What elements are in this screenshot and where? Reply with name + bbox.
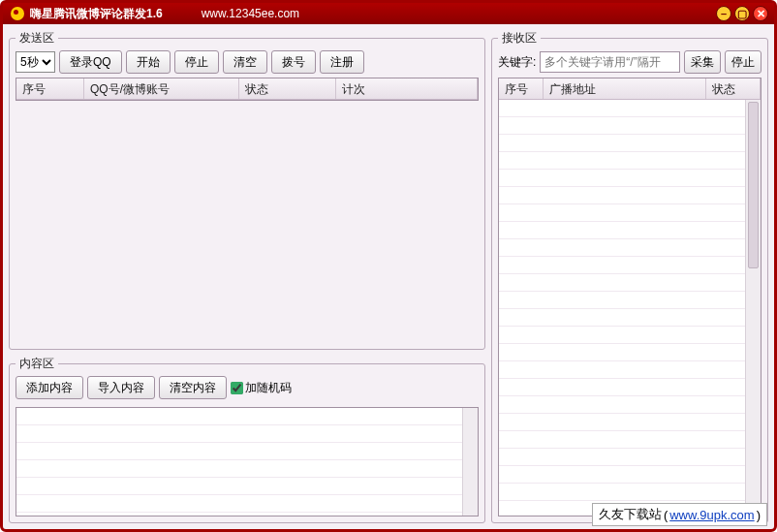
stop-button[interactable]: 停止: [174, 50, 219, 74]
send-toolbar: 5秒 登录QQ 开始 停止 清空 拨号 注册: [16, 50, 479, 74]
title-bar: 嗨星腾讯微博评论群发1.6 www.12345ee.com – ▢ ✕: [3, 3, 774, 24]
recv-stop-button[interactable]: 停止: [725, 50, 761, 74]
content-textarea[interactable]: [16, 407, 479, 516]
app-title: 嗨星腾讯微博评论群发1.6: [30, 6, 163, 22]
receive-legend: 接收区: [498, 30, 541, 47]
receive-grid[interactable]: 序号 广播地址 状态: [498, 78, 761, 516]
collect-button[interactable]: 采集: [684, 50, 721, 74]
receive-section: 接收区 关键字: 采集 停止 序号 广播地址 状态: [491, 30, 768, 523]
maximize-button[interactable]: ▢: [734, 6, 750, 21]
minimize-button[interactable]: –: [716, 6, 731, 21]
content-section: 内容区 添加内容 导入内容 清空内容 加随机码: [9, 356, 485, 523]
register-button[interactable]: 注册: [320, 50, 364, 74]
col-count[interactable]: 计次: [336, 78, 478, 99]
content-legend: 内容区: [16, 356, 58, 372]
watermark-site: 久友下载站: [599, 506, 662, 523]
login-qq-button[interactable]: 登录QQ: [59, 50, 122, 74]
col-recv-status[interactable]: 状态: [706, 78, 761, 99]
main-window: 嗨星腾讯微博评论群发1.6 www.12345ee.com – ▢ ✕ 发送区 …: [0, 0, 777, 532]
left-column: 发送区 5秒 登录QQ 开始 停止 清空 拨号 注册 序号 QQ号/微博账号: [9, 30, 485, 523]
col-status[interactable]: 状态: [239, 78, 336, 99]
send-legend: 发送区: [16, 30, 58, 47]
interval-select[interactable]: 5秒: [16, 51, 55, 73]
scrollbar[interactable]: [462, 408, 478, 516]
random-code-label[interactable]: 加随机码: [231, 380, 292, 396]
clear-button[interactable]: 清空: [223, 50, 267, 74]
clear-content-button[interactable]: 清空内容: [159, 376, 227, 399]
send-grid[interactable]: 序号 QQ号/微博账号 状态 计次: [16, 78, 479, 101]
right-column: 接收区 关键字: 采集 停止 序号 广播地址 状态: [491, 30, 768, 523]
close-button[interactable]: ✕: [753, 6, 768, 21]
app-url: www.12345ee.com: [202, 7, 299, 20]
col-broadcast[interactable]: 广播地址: [544, 78, 706, 99]
content-area: 发送区 5秒 登录QQ 开始 停止 清空 拨号 注册 序号 QQ号/微博账号: [3, 24, 774, 529]
col-recv-seq[interactable]: 序号: [499, 78, 544, 99]
col-account[interactable]: QQ号/微博账号: [84, 78, 239, 99]
dial-button[interactable]: 拨号: [271, 50, 316, 74]
send-section: 发送区 5秒 登录QQ 开始 停止 清空 拨号 注册 序号 QQ号/微博账号: [9, 30, 485, 350]
receive-grid-header: 序号 广播地址 状态: [499, 78, 761, 100]
content-toolbar: 添加内容 导入内容 清空内容 加随机码: [16, 376, 479, 399]
receive-grid-body: [499, 100, 761, 516]
receive-toolbar: 关键字: 采集 停止: [498, 50, 761, 74]
keyword-input[interactable]: [540, 51, 680, 73]
app-icon: [11, 7, 24, 20]
scrollbar[interactable]: [745, 100, 761, 516]
import-content-button[interactable]: 导入内容: [87, 376, 155, 399]
col-seq[interactable]: 序号: [16, 78, 84, 99]
add-content-button[interactable]: 添加内容: [16, 376, 83, 399]
start-button[interactable]: 开始: [126, 50, 171, 74]
send-grid-header: 序号 QQ号/微博账号 状态 计次: [16, 78, 478, 100]
keyword-label: 关键字:: [498, 54, 536, 71]
random-code-checkbox[interactable]: [231, 382, 243, 394]
watermark: 久友下载站 ( www.9upk.com ): [592, 503, 767, 526]
watermark-link[interactable]: www.9upk.com: [669, 508, 754, 522]
